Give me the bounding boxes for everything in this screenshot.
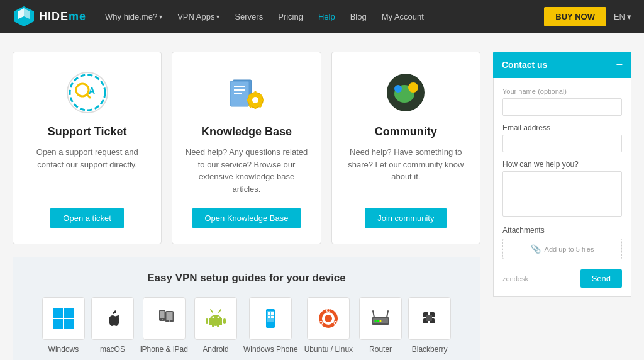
email-label: Email address <box>502 123 622 132</box>
nav-pricing[interactable]: Pricing <box>272 8 309 25</box>
svg-line-42 <box>219 310 221 312</box>
svg-rect-32 <box>160 311 164 318</box>
svg-line-41 <box>211 310 213 312</box>
device-macos[interactable]: macOS <box>91 297 134 354</box>
devices-section: Easy VPN setup guides for your device Wi… <box>13 257 480 360</box>
nav-my-account[interactable]: My Account <box>375 8 430 25</box>
navbar: HIDEme Why hide.me? ▾ VPN Apps ▾ Servers… <box>0 0 644 33</box>
nav-help[interactable]: Help <box>312 8 341 25</box>
join-community-button[interactable]: Join community <box>365 208 447 228</box>
contact-us-title: Contact us <box>502 60 547 70</box>
svg-point-39 <box>212 317 214 318</box>
nav-servers[interactable]: Servers <box>228 8 269 25</box>
router-icon-box <box>359 297 402 340</box>
svg-rect-29 <box>53 319 63 329</box>
devices-grid: Windows macOS <box>25 297 468 354</box>
knowledge-base-card: Knowledge Base Need help? Any questions … <box>172 52 321 244</box>
svg-rect-28 <box>64 308 74 318</box>
svg-point-63 <box>375 320 377 322</box>
attachments-dropzone[interactable]: 📎 Add up to 5 files <box>502 239 622 259</box>
name-field-group: Your name (optional) <box>502 87 622 116</box>
open-knowledge-base-button[interactable]: Open Knowledge Base <box>192 208 301 228</box>
svg-point-58 <box>327 309 330 312</box>
svg-rect-17 <box>247 99 250 101</box>
svg-rect-72 <box>426 315 432 321</box>
send-button[interactable]: Send <box>580 269 622 288</box>
blackberry-label: Blackberry <box>412 345 448 354</box>
svg-rect-35 <box>166 312 172 320</box>
svg-point-59 <box>335 322 337 324</box>
name-input[interactable] <box>502 98 622 116</box>
device-android[interactable]: Android <box>194 297 237 354</box>
svg-rect-30 <box>64 319 74 329</box>
email-field-group: Email address <box>502 123 622 152</box>
community-icon <box>383 70 428 115</box>
blackberry-icon-box <box>408 297 451 340</box>
svg-point-65 <box>380 320 382 322</box>
device-ubuntu-linux[interactable]: Ubuntu / Linux <box>304 297 353 354</box>
open-ticket-button[interactable]: Open a ticket <box>50 208 124 228</box>
support-ticket-icon: A <box>65 70 110 115</box>
nav-blog[interactable]: Blog <box>344 8 373 25</box>
svg-rect-38 <box>209 318 222 325</box>
svg-point-14 <box>252 97 258 103</box>
svg-line-67 <box>387 311 388 317</box>
svg-rect-45 <box>212 324 214 327</box>
language-selector[interactable]: EN ▾ <box>614 12 631 21</box>
attachments-hint: Add up to 5 files <box>545 245 594 253</box>
help-textarea[interactable] <box>502 171 622 217</box>
knowledge-base-title: Knowledge Base <box>201 125 292 138</box>
navbar-right: BUY NOW EN ▾ <box>544 7 631 26</box>
svg-point-26 <box>394 85 402 93</box>
logo-text: HIDEme <box>39 10 86 23</box>
help-label: How can we help you? <box>502 160 622 169</box>
svg-rect-15 <box>254 91 256 94</box>
nav-why-hideme[interactable]: Why hide.me? ▾ <box>99 8 169 25</box>
android-label: Android <box>203 345 228 354</box>
device-router[interactable]: Router <box>359 297 402 354</box>
buy-now-button[interactable]: BUY NOW <box>544 7 606 26</box>
svg-point-36 <box>169 320 170 322</box>
svg-rect-18 <box>261 99 264 101</box>
support-ticket-desc: Open a support request and contact our s… <box>26 146 148 195</box>
windows-phone-label: Windows Phone <box>243 345 298 354</box>
svg-rect-44 <box>223 318 226 324</box>
support-ticket-card: A Support Ticket Open a support request … <box>13 52 162 244</box>
cards-row: A Support Ticket Open a support request … <box>13 52 480 244</box>
ubuntu-icon-box <box>307 297 350 340</box>
community-desc: Need help? Have something to share? Let … <box>345 146 467 195</box>
help-field-group: How can we help you? <box>502 160 622 218</box>
windows-icon-box <box>42 297 85 340</box>
logo[interactable]: HIDEme <box>13 5 86 28</box>
contact-header: Contact us − <box>493 52 631 78</box>
chevron-down-icon: ▾ <box>216 13 219 20</box>
svg-point-64 <box>377 320 379 322</box>
main-content: A Support Ticket Open a support request … <box>0 33 644 360</box>
svg-point-33 <box>162 319 163 320</box>
left-section: A Support Ticket Open a support request … <box>13 52 480 360</box>
macos-label: macOS <box>100 345 125 354</box>
knowledge-base-desc: Need help? Any questions related to our … <box>185 146 308 195</box>
iphone-icon-box <box>143 297 186 340</box>
attachments-label: Attachments <box>502 226 622 235</box>
svg-rect-50 <box>271 312 274 315</box>
email-input[interactable] <box>502 135 622 152</box>
device-windows[interactable]: Windows <box>42 297 85 354</box>
minimize-button[interactable]: − <box>616 59 623 70</box>
chevron-down-icon: ▾ <box>627 12 631 21</box>
svg-rect-52 <box>271 316 274 318</box>
knowledge-base-icon <box>224 70 269 115</box>
device-iphone-ipad[interactable]: iPhone & iPad <box>140 297 188 354</box>
svg-rect-51 <box>268 316 270 318</box>
svg-rect-43 <box>206 318 208 324</box>
attachments-group: Attachments 📎 Add up to 5 files <box>502 226 622 259</box>
nav-vpn-apps[interactable]: VPN Apps ▾ <box>171 8 226 25</box>
svg-line-66 <box>373 311 374 317</box>
community-card: Community Need help? Have something to s… <box>331 52 480 244</box>
svg-rect-16 <box>254 106 256 109</box>
svg-point-60 <box>320 322 323 324</box>
device-blackberry[interactable]: Blackberry <box>408 297 451 354</box>
contact-panel: Contact us − Your name (optional) Email … <box>493 52 631 360</box>
device-windows-phone[interactable]: Windows Phone <box>243 297 298 354</box>
windows-phone-icon-box <box>249 297 292 340</box>
